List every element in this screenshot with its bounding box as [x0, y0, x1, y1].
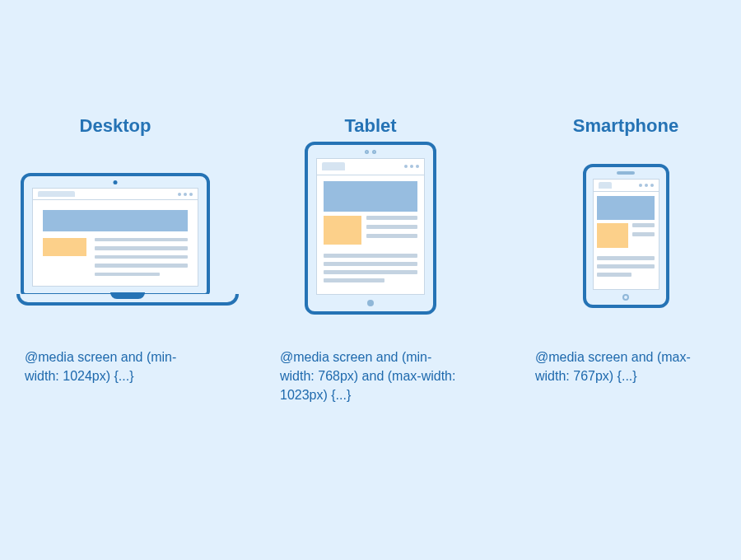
text-lines — [324, 254, 417, 287]
hero-block — [597, 196, 655, 220]
desktop-page-mock — [32, 188, 198, 287]
text-lines — [366, 216, 417, 245]
content-body — [317, 216, 424, 294]
laptop-camera-icon — [114, 180, 118, 184]
responsive-breakpoints-diagram: Desktop — [0, 0, 741, 560]
window-controls-icon — [178, 193, 193, 196]
hero-block — [43, 210, 188, 231]
laptop-screen — [21, 173, 210, 296]
laptop-trackpad-notch-icon — [110, 292, 145, 299]
tablet-sensors-icon — [365, 150, 376, 154]
tablet-page-mock — [316, 158, 425, 295]
browser-tabbar — [594, 180, 659, 193]
window-controls-icon — [639, 184, 654, 187]
browser-tab — [599, 182, 612, 189]
smartphone-title: Smartphone — [573, 115, 678, 137]
browser-tabbar — [33, 189, 198, 200]
browser-tabbar — [317, 159, 424, 175]
laptop-base — [16, 294, 239, 306]
image-block — [43, 238, 86, 256]
smartphone-media-query-code: @media screen and (max-width: 767px) {..… — [535, 348, 716, 385]
image-block — [324, 216, 361, 245]
image-block — [597, 223, 628, 248]
smartphone-icon — [583, 164, 669, 308]
desktop-title: Desktop — [80, 115, 151, 137]
laptop-icon — [16, 173, 214, 308]
smartphone-page-mock — [593, 179, 659, 290]
smartphone-column: Smartphone — [527, 115, 725, 385]
text-lines — [597, 256, 655, 285]
tablet-device-slot — [305, 150, 436, 331]
text-lines — [632, 223, 655, 248]
tablet-icon — [305, 142, 436, 315]
window-controls-icon — [404, 165, 419, 168]
desktop-media-query-code: @media screen and (min-width: 1024px) {.… — [25, 348, 206, 385]
tablet-title: Tablet — [344, 115, 396, 137]
smartphone-device-slot — [583, 150, 669, 331]
hero-block — [324, 181, 417, 211]
browser-tab — [38, 191, 75, 197]
desktop-column: Desktop — [16, 115, 214, 385]
content-body — [594, 223, 659, 289]
tablet-home-button-icon — [367, 300, 374, 306]
text-lines — [95, 238, 188, 276]
phone-speaker-icon — [617, 171, 635, 175]
phone-home-button-icon — [622, 294, 629, 301]
tablet-media-query-code: @media screen and (min-width: 768px) and… — [280, 348, 461, 405]
browser-tab — [322, 162, 345, 170]
desktop-device-slot — [16, 150, 214, 331]
tablet-column: Tablet — [272, 115, 469, 405]
content-body — [33, 238, 198, 286]
